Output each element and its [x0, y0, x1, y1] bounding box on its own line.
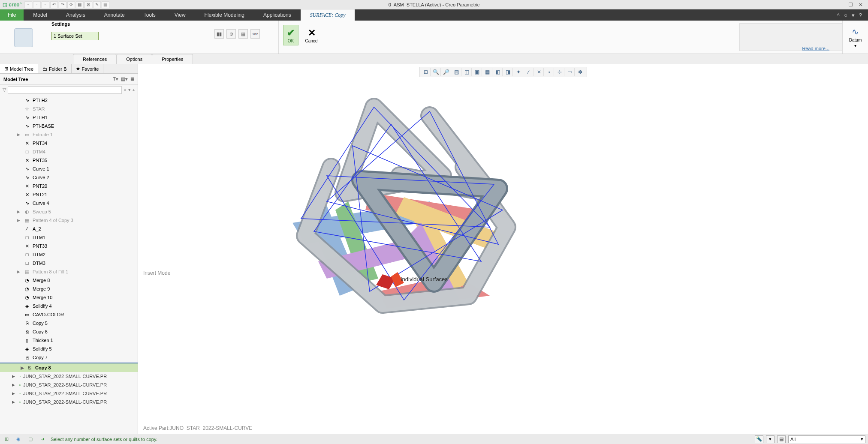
- graphics-viewport[interactable]: ⊡ 🔍 🔎 ▨ ◫ ▣ ▦ ◧ ◨ ✦ ∕ ✕ ⋆ ⊹ ▭ ✽ Insert M…: [138, 64, 868, 434]
- point-display-icon[interactable]: ⋆: [545, 68, 554, 76]
- tree-tab-folder[interactable]: 🗀Folder B: [38, 64, 72, 73]
- find-icon[interactable]: 🔦: [755, 435, 763, 443]
- annotation-icon[interactable]: ✽: [576, 68, 585, 76]
- tree-item[interactable]: ⎘Copy 7: [0, 353, 138, 362]
- tree-item[interactable]: ∿Curve 1: [0, 165, 138, 173]
- tree-settings-icon[interactable]: T▾: [113, 76, 118, 82]
- tree-tab-model[interactable]: ⊞Model Tree: [0, 64, 38, 73]
- tree-item[interactable]: ◔Merge 10: [0, 293, 138, 302]
- close-win-icon[interactable]: ⊠: [84, 1, 92, 8]
- expand-icon[interactable]: ▶: [12, 383, 16, 387]
- tree-item[interactable]: ▶▦Pattern 8 of Fill 1: [0, 267, 138, 276]
- saved-views-icon[interactable]: ▣: [473, 68, 482, 76]
- select-list-icon[interactable]: ▤: [777, 435, 786, 443]
- subtab-properties[interactable]: Properties: [152, 54, 193, 64]
- tree-item[interactable]: ▶▦Pattern 4 of Copy 3: [0, 216, 138, 225]
- tree-item[interactable]: ∿PTI-BASE: [0, 122, 138, 130]
- zoom-in-icon[interactable]: 🔍: [431, 68, 441, 76]
- tree-item[interactable]: □DTM1: [0, 233, 138, 242]
- open-icon[interactable]: ▫: [33, 1, 41, 8]
- maximize-button[interactable]: ☐: [847, 2, 854, 8]
- perspective-icon[interactable]: ◧: [493, 68, 503, 76]
- status-icon-2[interactable]: ◉: [15, 435, 22, 443]
- tree-assembly-item[interactable]: ▶▫JUNO_STAR_2022-SMALL-CURVE.PR: [0, 389, 138, 398]
- select-prev-icon[interactable]: ▾: [766, 435, 775, 443]
- filter-icon[interactable]: ▽: [3, 87, 6, 93]
- datum-display-icon[interactable]: ∕: [524, 68, 533, 76]
- read-more-link[interactable]: Read more...: [802, 46, 829, 51]
- tree-item[interactable]: ✕PNT20: [0, 182, 138, 190]
- windows-icon[interactable]: ▦: [76, 1, 84, 8]
- expand-icon[interactable]: ▶: [17, 210, 21, 214]
- display-style-icon[interactable]: ◫: [462, 68, 472, 76]
- close-button[interactable]: ✕: [857, 2, 865, 8]
- expand-icon[interactable]: ▶: [17, 132, 21, 137]
- ribbon-collapse-icon[interactable]: ^: [837, 12, 840, 18]
- no-preview-icon[interactable]: ⊘: [226, 29, 236, 39]
- search-icon[interactable]: ○: [844, 12, 847, 18]
- tree-item[interactable]: ∿Curve 2: [0, 173, 138, 182]
- tree-item-active[interactable]: ▶ ⎘ Copy 8: [0, 363, 138, 372]
- datum-group[interactable]: ∿ Datum ▾: [842, 21, 868, 54]
- view-manager-icon[interactable]: ▦: [483, 68, 492, 76]
- add-filter-icon[interactable]: +: [133, 87, 135, 93]
- expand-icon[interactable]: ▶: [17, 270, 21, 274]
- regen-icon[interactable]: ⟳: [67, 1, 75, 8]
- tree-item[interactable]: ✕PNT35: [0, 156, 138, 165]
- tree-show-icon[interactable]: ▤▾: [121, 76, 128, 82]
- glasses-icon[interactable]: 👓: [250, 29, 260, 39]
- axis-display-icon[interactable]: ✕: [534, 68, 544, 76]
- tree-item[interactable]: ▶◐Sweep 5: [0, 207, 138, 216]
- tree-item[interactable]: ◈Solidify 4: [0, 302, 138, 310]
- tree-item[interactable]: □DTM3: [0, 259, 138, 267]
- tab-model[interactable]: Model: [24, 9, 57, 21]
- pause-icon[interactable]: ▮▮: [214, 29, 224, 39]
- settings-icon[interactable]: ▾: [852, 12, 855, 18]
- refit-icon[interactable]: ⊡: [421, 68, 431, 76]
- tree-tab-favorites[interactable]: ★Favorite: [72, 64, 104, 73]
- tree-item[interactable]: □DTM4: [0, 147, 138, 156]
- status-icon-1[interactable]: ⊞: [3, 435, 10, 443]
- new-icon[interactable]: ▫: [24, 1, 32, 8]
- expand-icon[interactable]: ▶: [12, 391, 16, 396]
- tree-item[interactable]: ⎘Copy 5: [0, 319, 138, 327]
- render-icon[interactable]: ▤: [102, 1, 109, 8]
- tree-layers-icon[interactable]: ≣: [130, 76, 134, 82]
- filter-menu-icon[interactable]: ▾: [128, 87, 131, 93]
- plane-display-icon[interactable]: ▭: [565, 68, 575, 76]
- tree-item[interactable]: ∿PTI-H2: [0, 96, 138, 105]
- tree-assembly-item[interactable]: ▶▫JUNO_STAR_2022-SMALL-CURVE.PR: [0, 372, 138, 381]
- annot-display-icon[interactable]: ◨: [503, 68, 513, 76]
- tree-item[interactable]: ◔Merge 9: [0, 285, 138, 293]
- tree-item[interactable]: ∿Curve 4: [0, 199, 138, 207]
- redo-icon[interactable]: ↷: [59, 1, 66, 8]
- tab-surface-copy[interactable]: SURFACE: Copy: [301, 9, 355, 21]
- save-icon[interactable]: ▫: [42, 1, 49, 8]
- undo-icon[interactable]: ↶: [50, 1, 58, 8]
- measure-icon[interactable]: ✎: [93, 1, 101, 8]
- ok-button[interactable]: ✔ OK: [283, 25, 298, 45]
- tree-item[interactable]: ✕PNT33: [0, 242, 138, 250]
- tab-analysis[interactable]: Analysis: [57, 9, 95, 21]
- tree-item[interactable]: ▭CAVO-COLOR: [0, 310, 138, 319]
- minimize-button[interactable]: —: [836, 2, 844, 8]
- repaint-icon[interactable]: ▨: [452, 68, 461, 76]
- tree-item[interactable]: ⎘Copy 6: [0, 327, 138, 336]
- tab-tools[interactable]: Tools: [134, 9, 165, 21]
- zoom-out-icon[interactable]: 🔎: [442, 68, 451, 76]
- status-icon-3[interactable]: ▢: [27, 435, 34, 443]
- tree-assembly-item[interactable]: ▶▫JUNO_STAR_2022-SMALL-CURVE.PR: [0, 381, 138, 389]
- tree-item[interactable]: □DTM2: [0, 250, 138, 259]
- surface-set-input[interactable]: 1 Surface Set: [51, 32, 99, 40]
- tree-scroll[interactable]: ∿PTI-H2☆STAR∿PTI-H1∿PTI-BASE▶▭Extrude 1✕…: [0, 95, 138, 434]
- tab-annotate[interactable]: Annotate: [95, 9, 134, 21]
- clear-filter-icon[interactable]: ×: [124, 87, 126, 93]
- spin-center-icon[interactable]: ✦: [514, 68, 523, 76]
- tree-item[interactable]: ∿PTI-H1: [0, 113, 138, 122]
- verify-icon[interactable]: ▦: [238, 29, 248, 39]
- tree-item[interactable]: ◈Solidify 5: [0, 345, 138, 353]
- expand-icon[interactable]: ▶: [17, 218, 21, 222]
- selection-filter-combo[interactable]: All ▾: [788, 435, 865, 443]
- tab-view[interactable]: View: [165, 9, 195, 21]
- tree-item[interactable]: ▶▭Extrude 1: [0, 130, 138, 139]
